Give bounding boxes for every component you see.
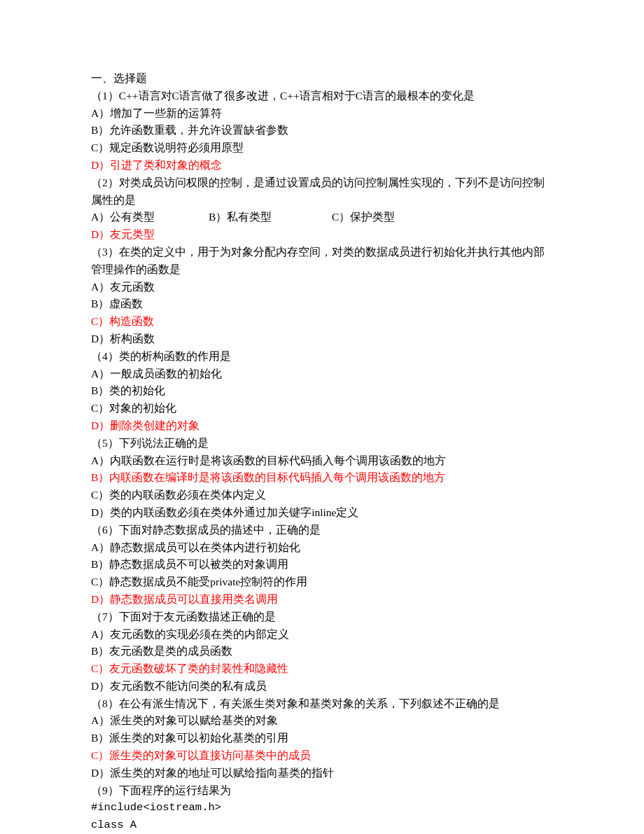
q5-option-c: C）类的内联函数必须在类体内定义	[91, 487, 553, 504]
q1-option-d: D）引进了类和对象的概念	[91, 157, 553, 174]
q7-option-a: A）友元函数的实现必须在类的内部定义	[91, 626, 553, 644]
q6-stem: （6）下面对静态数据成员的描述中，正确的是	[91, 522, 553, 539]
q1-option-a: A）增加了一些新的运算符	[91, 105, 553, 123]
q6-option-a: A）静态数据成员可以在类体内进行初始化	[91, 539, 553, 557]
q7-option-b: B）友元函数是类的成员函数	[91, 643, 553, 660]
q5-option-a: A）内联函数在运行时是将该函数的目标代码插入每个调用该函数的地方	[91, 452, 553, 470]
q2-option-c: C）保护类型	[332, 209, 449, 226]
q3-option-b: B）虚函数	[91, 296, 553, 313]
section-title: 一、选择题	[91, 70, 553, 88]
q4-stem: （4）类的析构函数的作用是	[91, 348, 553, 366]
q3-stem: （3）在类的定义中，用于为对象分配内存空间，对类的数据成员进行初始化并执行其他内…	[91, 244, 553, 279]
q3-option-a: A）友元函数	[91, 279, 553, 296]
q8-option-c: C）派生类的对象可以直接访问基类中的成员	[91, 747, 553, 765]
q5-option-b: B）内联函数在编译时是将该函数的目标代码插入每个调用该函数的地方	[91, 469, 553, 487]
q7-stem: （7）下面对于友元函数描述正确的是	[91, 609, 553, 626]
q7-option-d: D）友元函数不能访问类的私有成员	[91, 678, 553, 695]
q9-code-line-2: class A	[91, 816, 553, 834]
q2-stem: （2）对类成员访问权限的控制，是通过设置成员的访问控制属性实现的，下列不是访问控…	[91, 174, 553, 209]
q6-option-c: C）静态数据成员不能受private控制符的作用	[91, 574, 553, 591]
q4-option-d: D）删除类创建的对象	[91, 417, 553, 435]
q3-option-c: C）构造函数	[91, 313, 553, 331]
q3-option-d: D）析构函数	[91, 331, 553, 348]
q4-option-a: A）一般成员函数的初始化	[91, 366, 553, 383]
q8-stem: （8）在公有派生情况下，有关派生类对象和基类对象的关系，下列叙述不正确的是	[91, 695, 553, 713]
q4-option-c: C）对象的初始化	[91, 400, 553, 417]
q5-option-d: D）类的内联函数必须在类体外通过加关键字inline定义	[91, 504, 553, 522]
q9-stem: （9）下面程序的运行结果为	[91, 782, 553, 800]
q5-stem: （5）下列说法正确的是	[91, 435, 553, 452]
q1-stem: （1）C++语言对C语言做了很多改进，C++语言相对于C语言的最根本的变化是	[91, 88, 553, 105]
q9-code-line-1: #include<iostream.h>	[91, 799, 553, 816]
q6-option-b: B）静态数据成员不可以被类的对象调用	[91, 556, 553, 574]
q8-option-a: A）派生类的对象可以赋给基类的对象	[91, 712, 553, 730]
q6-option-d: D）静态数据成员可以直接用类名调用	[91, 591, 553, 609]
q2-options-row: A）公有类型 B）私有类型 C）保护类型 D）友元类型	[91, 209, 553, 244]
q2-option-a: A）公有类型	[91, 209, 209, 226]
q8-option-b: B）派生类的对象可以初始化基类的引用	[91, 730, 553, 747]
q4-option-b: B）类的初始化	[91, 382, 553, 400]
document-page: 一、选择题 （1）C++语言对C语言做了很多改进，C++语言相对于C语言的最根本…	[0, 0, 644, 834]
q1-option-b: B）允许函数重载，并允许设置缺省参数	[91, 122, 553, 139]
q1-option-c: C）规定函数说明符必须用原型	[91, 139, 553, 157]
q2-option-d: D）友元类型	[91, 226, 203, 244]
q7-option-c: C）友元函数破坏了类的封装性和隐藏性	[91, 660, 553, 678]
q2-option-b: B）私有类型	[209, 209, 332, 226]
q8-option-d: D）派生类的对象的地址可以赋给指向基类的指针	[91, 765, 553, 782]
